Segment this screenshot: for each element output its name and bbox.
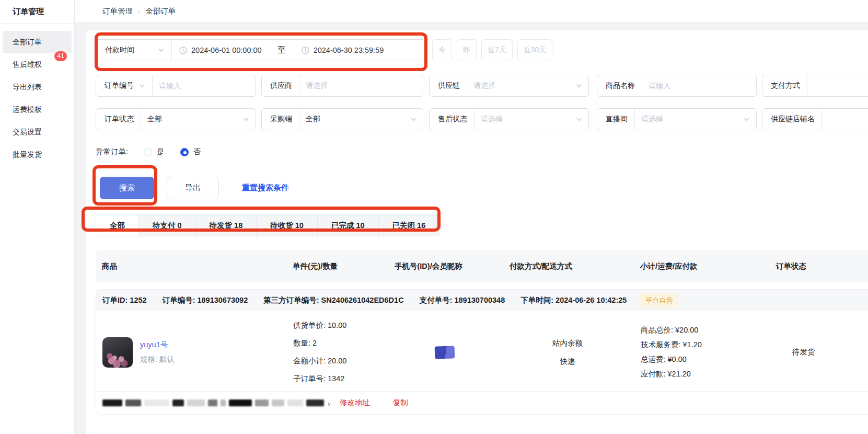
orders-table-header: 商品 单件(元)/数量 手机号(ID)/会员昵称 付款方式/配送方式 小计/运费… xyxy=(96,250,868,282)
order-no: 订单编号: 189130673092 xyxy=(163,295,248,305)
quick-today-button[interactable]: 今 xyxy=(432,39,452,61)
redacted-address xyxy=(102,399,324,406)
live-room-select[interactable]: 请选择 xyxy=(635,109,756,130)
end-datetime-input[interactable]: 2024-06-30 23:59:59 xyxy=(294,46,391,54)
order-status-select[interactable]: 全部 xyxy=(141,109,256,130)
tab-all[interactable]: 全部 xyxy=(96,215,139,236)
abnormal-order-row: 异常订单: 是 否 xyxy=(96,147,868,157)
product-spec: 规格: 默认 xyxy=(140,355,175,364)
order-no-input[interactable] xyxy=(159,82,249,90)
tab-pending-shipment[interactable]: 待发货 18 xyxy=(195,215,257,236)
address-row: ∨ 修改地址 复制 xyxy=(96,391,868,414)
supply-chain-field: 供应链 请选择 xyxy=(429,75,589,97)
pay-delivery-cell: 站内余额 快递 xyxy=(502,338,633,367)
tab-pending-receipt[interactable]: 待收货 10 xyxy=(256,215,318,236)
supplier-select[interactable]: 请选择 xyxy=(299,75,423,96)
platform-self-badge: 平台自营 xyxy=(640,293,678,308)
sidebar-item-trade-settings[interactable]: 交易设置 xyxy=(0,121,74,143)
supply-chain-shop-field: 供应链店铺名 xyxy=(762,108,868,130)
chevron-down-icon xyxy=(243,116,249,122)
col-header-pay-delivery: 付款方式/配送方式 xyxy=(502,261,632,271)
product-name-link[interactable]: yuyu1号 xyxy=(140,340,175,350)
chevron-down-icon xyxy=(139,83,145,89)
product-image[interactable] xyxy=(102,337,133,368)
payment-no: 支付单号: 189130700348 xyxy=(420,295,505,305)
reset-filters-link[interactable]: 重置搜索条件 xyxy=(242,183,289,193)
col-header-member: 手机号(ID)/会员昵称 xyxy=(387,261,502,271)
product-cell: yuyu1号 规格: 默认 xyxy=(96,337,285,368)
abnormal-yes-radio[interactable]: 是 xyxy=(128,147,165,157)
pay-method-select[interactable] xyxy=(807,75,868,96)
abnormal-no-radio[interactable]: 否 xyxy=(165,147,201,157)
order-no-type-select[interactable]: 订单编号 xyxy=(96,75,153,96)
purchase-side-select[interactable]: 全部 xyxy=(299,109,423,130)
action-row: 搜索 导出 重置搜索条件 xyxy=(96,177,868,199)
edit-address-link[interactable]: 修改地址 xyxy=(340,398,370,408)
filter-and-orders-card: 付款时间 2024-06-01 00:00:00 至 2024-06-30 23… xyxy=(86,30,868,434)
breadcrumb-current: 全部订单 xyxy=(145,6,176,16)
chevron-down-icon xyxy=(158,47,164,53)
sidebar: 订单管理 全部订单 售后维权 41 导出列表 运费模板 交易设置 批量发货 xyxy=(0,0,75,434)
col-header-product: 商品 xyxy=(96,261,285,271)
tab-closed[interactable]: 已关闭 16 xyxy=(378,215,440,236)
export-button[interactable]: 导出 xyxy=(167,177,219,199)
sidebar-item-all-orders[interactable]: 全部订单 xyxy=(3,31,72,53)
filter-row-2: 订单编号 供应商 请选择 供应链 请选择 商品名 xyxy=(96,75,868,97)
live-room-field: 直播间 请选择 xyxy=(597,108,757,130)
third-party-order-no: 第三方订单编号: SN2406261042ED6D1C xyxy=(263,295,403,305)
purchase-side-field: 采购端 全部 xyxy=(261,108,423,130)
member-cell xyxy=(387,346,502,359)
clock-icon xyxy=(302,47,309,54)
order-status-tabs: 全部 待支付 0 待发货 18 待收货 10 已完成 10 已关闭 16 xyxy=(96,215,868,236)
clock-icon xyxy=(179,47,187,54)
col-header-status: 订单状态 xyxy=(768,261,868,271)
time-range-field: 付款时间 2024-06-01 00:00:00 至 2024-06-30 23… xyxy=(96,39,426,61)
supplier-field: 供应商 请选择 xyxy=(261,75,423,97)
sidebar-item-export-list[interactable]: 导出列表 xyxy=(0,76,74,98)
aftersale-status-select[interactable]: 请选择 xyxy=(474,109,588,130)
chevron-down-icon xyxy=(576,83,582,89)
sidebar-menu: 全部订单 售后维权 41 导出列表 运费模板 交易设置 批量发货 xyxy=(0,24,74,166)
redacted-member-avatar xyxy=(435,346,455,359)
date-range-to-label: 至 xyxy=(277,45,286,56)
col-header-subtotal: 小计/运费/应付款 xyxy=(632,261,768,271)
sidebar-item-aftersale[interactable]: 售后维权 41 xyxy=(0,53,74,76)
radio-unchecked-icon xyxy=(144,148,152,156)
col-header-unit-qty: 单件(元)/数量 xyxy=(285,261,387,271)
quick-7days-button[interactable]: 近7天 xyxy=(481,39,513,61)
breadcrumb-root[interactable]: 订单管理 xyxy=(102,6,133,16)
order-no-field: 订单编号 xyxy=(96,75,256,97)
tab-completed[interactable]: 已完成 10 xyxy=(317,215,379,236)
supply-chain-select[interactable]: 请选择 xyxy=(467,75,588,96)
aftersale-status-field: 售后状态 请选择 xyxy=(429,108,589,130)
breadcrumb-separator-icon: › xyxy=(138,7,140,15)
quick-date-buttons: 今 昨 近7天 近30天 xyxy=(432,39,552,61)
aftersale-count-badge: 41 xyxy=(54,51,67,61)
copy-address-link[interactable]: 复制 xyxy=(393,398,408,408)
start-datetime-input[interactable]: 2024-06-01 00:00:00 xyxy=(172,46,269,54)
time-type-select[interactable]: 付款时间 xyxy=(96,40,172,61)
breadcrumb: 订单管理 › 全部订单 xyxy=(75,0,868,22)
order-status-field: 订单状态 全部 xyxy=(96,108,256,130)
supply-chain-shop-select[interactable] xyxy=(822,109,868,130)
tab-pending-payment[interactable]: 待支付 0 xyxy=(138,215,196,236)
quick-30days-button[interactable]: 近30天 xyxy=(517,39,553,61)
chevron-down-icon xyxy=(576,116,582,122)
order-id: 订单ID: 1252 xyxy=(102,295,147,305)
sidebar-item-freight-template[interactable]: 运费模板 xyxy=(0,98,74,121)
main-area: 订单管理 › 全部订单 付款时间 2024-06-01 00:00:00 至 xyxy=(75,0,868,434)
product-name-input[interactable] xyxy=(649,82,750,90)
time-filter-row: 付款时间 2024-06-01 00:00:00 至 2024-06-30 23… xyxy=(96,39,868,61)
chevron-down-icon xyxy=(410,116,416,122)
order-meta-bar: 订单ID: 1252 订单编号: 189130673092 第三方订单编号: S… xyxy=(96,290,868,311)
sidebar-item-batch-ship[interactable]: 批量发货 xyxy=(0,143,74,166)
search-button[interactable]: 搜索 xyxy=(100,177,154,199)
sidebar-title: 订单管理 xyxy=(0,0,74,24)
quick-yesterday-button[interactable]: 昨 xyxy=(457,39,477,61)
order-status-cell: 待发货 xyxy=(769,347,868,357)
order-management-page: 订单管理 全部订单 售后维权 41 导出列表 运费模板 交易设置 批量发货 订单… xyxy=(0,0,868,434)
product-name-field: 商品名称 xyxy=(597,75,757,97)
chevron-down-icon xyxy=(744,116,750,122)
pay-method-field: 支付方式 xyxy=(762,75,868,97)
chevron-down-icon: ∨ xyxy=(327,401,331,407)
